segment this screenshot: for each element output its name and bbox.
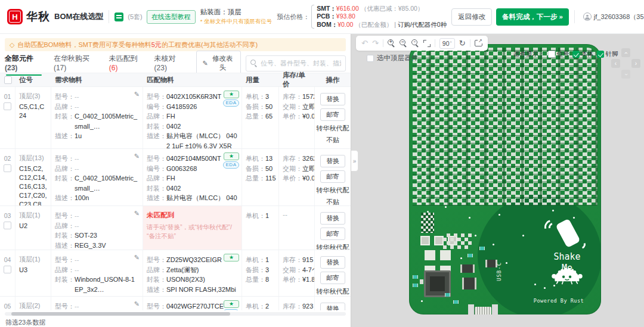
zoom-in-icon[interactable]: +	[388, 39, 395, 47]
edit-demand-icon[interactable]: ✎	[134, 152, 140, 160]
user-name: jf_32603368（3573453）	[594, 13, 644, 21]
filter-tabs-row: 全部元件(23) 在华秋购买(17) 未匹配到(6) 未核对(23) ✎修改表头	[0, 54, 351, 73]
pencil-icon: ✎	[202, 60, 208, 67]
body-checkbox[interactable]	[572, 51, 580, 58]
divider	[574, 10, 575, 23]
back-edit-button[interactable]: 返回修改	[451, 8, 492, 26]
rotate-icon[interactable]: ↻	[459, 39, 466, 47]
pcb-capacitor	[479, 247, 485, 250]
replace-button[interactable]: 替换	[320, 256, 345, 269]
select-top-layer-option[interactable]: 选中顶层器件	[367, 54, 418, 63]
undo-icon[interactable]: ↶	[361, 39, 368, 47]
no-mount-link[interactable]: 不贴	[326, 136, 339, 145]
pcb-ic-chip	[460, 264, 475, 273]
select-top-label: 选中顶层器件	[377, 54, 418, 63]
mail-button[interactable]: 邮寄	[320, 108, 345, 121]
bom-file-sets: (5套)	[128, 13, 142, 21]
huaqiu-proxy-link[interactable]: 转华秋代配	[317, 186, 349, 195]
logo-letter: H	[9, 11, 21, 23]
zoom-region-icon[interactable]: ▫	[411, 39, 419, 47]
toggle-designator[interactable]: 位号	[548, 50, 569, 58]
filter-summary: 筛选23条数据	[0, 316, 351, 327]
horizontal-scrollbar	[5, 312, 346, 316]
bom-selection-app: H 华秋 BOM在线选型 2f89b5c7-e7ee-472b-9f28-000…	[0, 0, 644, 327]
mail-button[interactable]: 邮寄	[320, 272, 345, 284]
designator-checkbox[interactable]	[548, 51, 555, 58]
mail-button[interactable]: 邮寄	[320, 228, 345, 240]
smt-label: SMT：	[317, 5, 336, 12]
pins-checkbox[interactable]	[597, 51, 604, 58]
unmatched-cell: 未匹配到 请手动“替换”，或“转华秋代配”/“备注不贴”	[143, 206, 242, 250]
row-checkbox[interactable]	[4, 222, 11, 229]
col-header-stock: 库存/单价	[279, 71, 315, 89]
pan-down-button[interactable]: ›	[621, 70, 630, 79]
pcb-preview-panel: ↶ ↷ + − ▫ 90° ↻ 选中顶层器件	[351, 34, 644, 327]
bom-file-icon	[114, 13, 123, 21]
pcb-usb-connector	[475, 307, 491, 314]
replace-button[interactable]: 替换	[320, 212, 345, 225]
edit-table-header-button[interactable]: ✎修改表头	[196, 51, 241, 76]
row-checkbox[interactable]	[4, 266, 11, 273]
col-header-demand: 需求物料	[51, 76, 143, 85]
pan-right-button[interactable]: ›	[631, 59, 640, 68]
pcb-capacitor	[453, 300, 459, 304]
toggle-body[interactable]: 本体	[572, 50, 594, 58]
replace-button[interactable]: 替换	[320, 93, 345, 105]
shake-phone-icon	[547, 218, 589, 253]
next-step-button[interactable]: 备料完成，下一步 »	[496, 8, 569, 26]
fit-screen-icon[interactable]	[423, 40, 431, 47]
pcb-edge-notch	[468, 304, 474, 314]
select-all-checkbox[interactable]	[4, 76, 12, 84]
pcb-canvas[interactable]: USB-C Shake Me	[409, 44, 601, 314]
bom-value: ¥0.00	[338, 21, 353, 28]
rotation-angle-input[interactable]: 90°	[439, 38, 455, 49]
powered-by-rust-text: Powered By Rust	[524, 298, 594, 304]
user-avatar-icon	[583, 13, 592, 21]
tab-unmatched[interactable]: 未匹配到(6)	[109, 49, 144, 77]
col-header-actions: 操作	[315, 76, 351, 85]
replace-button[interactable]: 替换	[320, 155, 345, 167]
huaqiu-proxy-link[interactable]: 转华秋代配	[317, 243, 349, 250]
star-badge: ★	[224, 300, 239, 308]
edit-demand-icon[interactable]: ✎	[134, 300, 140, 308]
scrollbar-thumb[interactable]	[11, 312, 230, 316]
pan-up-button[interactable]: ›	[621, 48, 630, 57]
tutorial-button[interactable]: 在线选型教程	[147, 10, 196, 24]
huaqiu-proxy-link[interactable]: 转华秋代配	[317, 287, 349, 296]
bom-panel: ◇ 自助匹配BOM物料，SMT费用可享受每种物料5元的工程费优惠(与其他活动不同…	[0, 34, 351, 327]
mount-side-label: 贴装面：顶层	[200, 8, 272, 16]
row-checkbox[interactable]	[4, 164, 11, 172]
huaqiu-proxy-link[interactable]: 转华秋代配	[317, 124, 349, 133]
no-mount-link[interactable]: 不贴	[326, 198, 339, 205]
redo-icon[interactable]: ↷	[372, 39, 379, 47]
pcb-capacitor	[413, 275, 418, 279]
edit-demand-icon[interactable]: ✎	[134, 254, 140, 261]
eda-badge: EDA	[223, 161, 239, 169]
panel-collapse-handle[interactable]: »	[351, 150, 358, 172]
zoom-out-icon[interactable]: −	[400, 39, 407, 47]
replace-button[interactable]: 替换	[320, 303, 345, 310]
edit-demand-icon[interactable]: ✎	[134, 91, 140, 98]
star-badge: ★	[224, 91, 239, 98]
tab-buy-on-huaqiu[interactable]: 在华秋购买(17)	[54, 49, 98, 77]
pan-left-button[interactable]: ‹	[611, 59, 620, 68]
col-header-matched: 匹配物料	[143, 76, 242, 85]
search-box[interactable]	[246, 55, 346, 71]
row-checkbox[interactable]	[4, 102, 11, 110]
search-icon	[250, 60, 258, 67]
smt-discount: （优惠已减：¥85.00）	[361, 5, 424, 12]
edit-demand-icon[interactable]: ✎	[134, 210, 140, 217]
tab-all-components[interactable]: 全部元件(23)	[5, 49, 43, 77]
pcb-label: PCB：	[317, 13, 336, 20]
mail-button[interactable]: 邮寄	[320, 170, 345, 183]
export-image-icon[interactable]	[475, 40, 482, 46]
table-body: 01 顶层(3)C5,C1,C24 ✎ 型号：-- 品牌：-- 封装：C_040…	[0, 87, 351, 310]
tab-unchecked[interactable]: 未核对(23)	[154, 49, 186, 77]
search-input[interactable]	[261, 60, 341, 67]
unmatched-title: 未匹配到	[147, 211, 238, 220]
promo-text: 自助匹配BOM物料，SMT费用可享受每种物料5元的工程费优惠(与其他活动不同享)	[17, 41, 258, 49]
select-top-checkbox[interactable]	[367, 55, 374, 62]
star-badge: ★	[224, 254, 239, 261]
preview-toolbar: ↶ ↷ + − ▫ 90° ↻	[356, 36, 488, 51]
user-account[interactable]: jf_32603368（3573453）	[583, 13, 644, 21]
